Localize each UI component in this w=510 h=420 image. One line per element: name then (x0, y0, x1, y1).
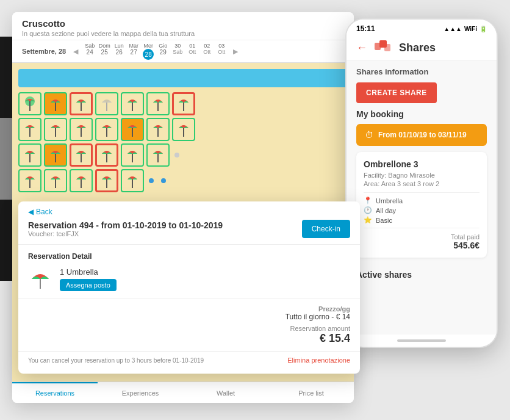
reservation-title: Reservation 494 - from 01-10-2019 to 01-… (28, 220, 223, 230)
cal-day-28[interactable]: Mer28 (142, 43, 155, 60)
back-button[interactable]: ◀ Back (18, 201, 360, 220)
cal-day-02oct[interactable]: 02Ott (200, 43, 214, 60)
my-booking-section: My booking ⏱ From 01/10/19 to 03/11/19 O… (347, 109, 497, 264)
booking-area: Area: Area 3 seat 3 row 2 (364, 180, 479, 187)
umbrella-1-3[interactable] (70, 92, 93, 115)
booking-divider-2 (364, 228, 479, 228)
cal-day-29[interactable]: Gio29 (156, 43, 170, 60)
my-booking-label: My booking (356, 109, 487, 119)
umbrella-2-1[interactable] (18, 118, 41, 141)
umbrella-3-1[interactable] (18, 143, 41, 167)
feature-allday-text: All day (376, 207, 396, 214)
umbrella-2-5[interactable] (121, 118, 144, 141)
tab-reservations[interactable]: Reservations (12, 382, 98, 403)
phone-content: Shares information CREATE SHARE My booki… (347, 61, 497, 335)
desktop-header: Cruscotto In questa sezione puoi vedere … (12, 12, 354, 40)
reservation-footer: You can cancel your reservation up to 3 … (18, 352, 360, 364)
amount-label: Reservation amount (28, 325, 350, 332)
reservation-voucher: Voucher: tcelFJX (28, 230, 223, 237)
cal-day-03oct[interactable]: 03Ott (215, 43, 228, 60)
reservation-detail-section: Reservation Detail 1 Umbrella Assegna po… (18, 245, 360, 299)
umbrella-1-7[interactable] (172, 92, 195, 115)
umbrella-2-7[interactable] (172, 118, 195, 141)
umbrella-4-5[interactable] (121, 169, 144, 192)
assign-button[interactable]: Assegna posto (60, 279, 117, 291)
umbrella-row-1 (18, 92, 348, 115)
cal-day-30[interactable]: 30Sab (171, 43, 184, 60)
active-shares-label: Active shares (347, 264, 497, 283)
umbrella-4-3[interactable] (70, 169, 93, 192)
umbrella-1-2[interactable] (44, 92, 67, 115)
feature-basic: ⭐ Basic (364, 216, 479, 224)
checkin-button[interactable]: Check-in (302, 220, 350, 238)
app-subtitle: In questa sezione puoi vedere la mappa d… (22, 30, 344, 37)
side-decoration (0, 37, 13, 281)
booking-date-text: From 01/10/19 to 03/11/19 (378, 131, 467, 139)
booking-divider (364, 192, 479, 193)
dot-blue-1 (149, 178, 154, 183)
tab-experiences[interactable]: Experiences (98, 382, 183, 403)
umbrella-grid (18, 92, 348, 192)
clock-icon: ⏱ (365, 130, 373, 140)
reservation-pricing: Prezzo/gg Tutto il giorno - € 14 Reserva… (18, 299, 360, 352)
feature-basic-text: Basic (376, 217, 392, 224)
umbrella-1-1[interactable] (18, 92, 41, 115)
umbrella-3-5[interactable] (121, 143, 144, 167)
booking-name: Ombrellone 3 (364, 159, 479, 169)
umbrella-3-6[interactable] (146, 143, 170, 167)
feature-umbrella: 📍 Umbrella (364, 197, 479, 205)
umbrella-3-4[interactable] (95, 143, 118, 167)
umbrella-2-4[interactable] (95, 118, 118, 141)
back-label: Back (36, 208, 52, 216)
umbrella-1-6[interactable] (146, 92, 170, 115)
cancel-link[interactable]: Elimina prenotazione (287, 357, 350, 364)
dot-1 (174, 153, 179, 158)
tab-wallet[interactable]: Wallet (183, 382, 268, 403)
umbrella-4-1[interactable] (18, 169, 41, 192)
umbrella-3-3[interactable] (70, 143, 93, 167)
home-indicator (397, 339, 446, 342)
battery-icon: 🔋 (479, 26, 487, 32)
next-arrow[interactable]: ▶ (233, 48, 238, 56)
cal-day-25[interactable]: Dom25 (98, 43, 111, 60)
umbrella-4-4[interactable] (95, 169, 118, 192)
price-per-day-value: Tutto il giorno - € 14 (28, 313, 350, 321)
detail-label: Reservation Detail (28, 252, 350, 261)
calendar-days: Sab24 Dom25 Lun26 Mar27 Mer28 Gio29 30Sa… (83, 43, 228, 60)
umbrella-thumbnail (28, 267, 52, 291)
item-name: 1 Umbrella (60, 267, 117, 277)
create-share-button[interactable]: CREATE SHARE (356, 82, 437, 103)
cal-day-24[interactable]: Sab24 (83, 43, 96, 60)
umbrella-2-6[interactable] (146, 118, 170, 141)
prev-arrow[interactable]: ◀ (73, 48, 78, 56)
phone-back-button[interactable]: ← (356, 42, 367, 54)
cal-day-26[interactable]: Lun26 (112, 43, 126, 60)
umbrella-1-4[interactable] (95, 92, 118, 115)
pin-icon: 📍 (364, 197, 372, 205)
cal-day-27[interactable]: Mar27 (127, 43, 140, 60)
umbrella-1-5[interactable] (121, 92, 144, 115)
umbrella-2-3[interactable] (70, 118, 93, 141)
calendar-month: Settembre, 28 (22, 48, 66, 55)
booking-date-bar: ⏱ From 01/10/19 to 03/11/19 (356, 124, 487, 146)
umbrella-row-4 (18, 169, 348, 192)
reservation-panel: ◀ Back Reservation 494 - from 01-10-2019… (18, 201, 360, 374)
signal-icon: ▲▲▲ (444, 26, 462, 32)
svg-rect-29 (384, 44, 390, 51)
wifi-icon: WiFi (464, 26, 477, 32)
umbrella-3-2[interactable] (44, 143, 67, 167)
phone-bottom-bar (347, 335, 497, 347)
umbrella-row-3 (18, 143, 348, 167)
total-paid-value: 545.6€ (364, 241, 479, 250)
tab-pricelist[interactable]: Price list (268, 382, 354, 403)
time-icon: 🕐 (364, 206, 372, 214)
app-logo (375, 40, 392, 56)
umbrella-4-2[interactable] (44, 169, 67, 192)
cal-day-01oct[interactable]: 01Ott (185, 43, 199, 60)
shares-info-header: Shares information (347, 61, 497, 80)
umbrella-2-2[interactable] (44, 118, 67, 141)
umbrella-row-2 (18, 118, 348, 141)
status-icons: ▲▲▲ WiFi 🔋 (444, 26, 487, 32)
mobile-phone: 15:11 ▲▲▲ WiFi 🔋 ← Shares Shares informa… (345, 18, 498, 348)
reservation-info: Reservation 494 - from 01-10-2019 to 01-… (28, 220, 223, 237)
